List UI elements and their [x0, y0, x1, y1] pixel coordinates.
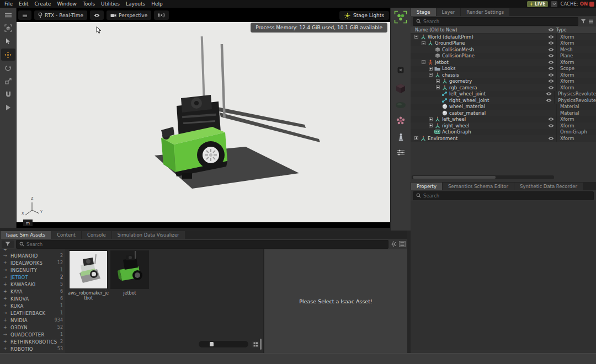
asset-category-kuka[interactable]: +KUKA1: [0, 302, 65, 309]
stage-tree-row-left-wheel[interactable]: left_wheelXform: [411, 116, 596, 123]
category-expander-icon[interactable]: +: [3, 282, 8, 287]
statue-icon[interactable]: [392, 133, 409, 141]
close-box-icon[interactable]: [392, 67, 409, 73]
expander-icon[interactable]: [428, 124, 433, 127]
asset-grid-scrollbar[interactable]: [260, 339, 262, 350]
category-expander-icon[interactable]: +: [3, 296, 8, 301]
asset-category-kaya[interactable]: +KAYA6: [0, 288, 65, 295]
category-expander-icon[interactable]: +: [3, 289, 8, 294]
assets-search-input[interactable]: [26, 242, 385, 247]
property-tab-semantics-schema-editor[interactable]: Semantics Schema Editor: [443, 183, 514, 190]
bottom-tab-console[interactable]: Console: [82, 231, 111, 239]
stage-tab-layer[interactable]: Layer: [437, 8, 461, 16]
visibility-eye-icon[interactable]: [543, 92, 554, 96]
stage-lights-button[interactable]: Stage Lights: [339, 11, 389, 20]
visibility-menu-button[interactable]: [90, 10, 104, 20]
visibility-eye-icon[interactable]: [545, 47, 556, 52]
slider-handle[interactable]: [210, 342, 214, 346]
bottom-tab-isaac-sim-assets[interactable]: Isaac Sim Assets: [1, 231, 51, 239]
camera-select-button[interactable]: Perspective: [107, 10, 151, 20]
visibility-eye-icon[interactable]: [545, 60, 556, 65]
expander-icon[interactable]: [428, 67, 433, 71]
expander-icon[interactable]: [428, 117, 433, 121]
stage-column-headers[interactable]: Name (Old to New) Type: [411, 26, 596, 34]
stage-tree-row-chassis[interactable]: chassisXform: [411, 72, 596, 78]
category-expander-icon[interactable]: +: [3, 325, 8, 330]
stage-tree-row-collisionmesh[interactable]: CollisionMeshMesh: [411, 46, 596, 53]
stage-tab-stage[interactable]: Stage: [411, 8, 436, 16]
category-expander-icon[interactable]: +: [3, 346, 8, 351]
category-expander-icon[interactable]: +: [3, 318, 8, 323]
thumbnail-size-slider[interactable]: [199, 341, 248, 347]
menu-layouts[interactable]: Layouts: [126, 1, 145, 7]
synthetic-data-icon[interactable]: [392, 10, 409, 24]
play-icon[interactable]: [1, 101, 15, 114]
property-tab-property[interactable]: Property: [411, 183, 442, 190]
filter-icon[interactable]: [581, 19, 586, 24]
stage-tree-row-jetbot[interactable]: jetbotXform: [411, 59, 596, 66]
stage-tree-row-environment[interactable]: EnvironmentXform: [411, 135, 596, 142]
asset-category-robotiq[interactable]: +ROBOTIQ53: [0, 345, 65, 352]
stage-tree-row-world-defaultprim[interactable]: World (defaultPrim)Xform: [411, 34, 596, 40]
asset-card-jetbot[interactable]: jetbot: [109, 250, 151, 296]
expander-icon[interactable]: [435, 85, 440, 89]
stage-search-input[interactable]: [423, 19, 575, 24]
expander-icon[interactable]: [428, 73, 433, 77]
stage-tree-row-actiongraph[interactable]: ActionGraphOmniGraph: [411, 129, 596, 136]
assets-search-box[interactable]: [16, 240, 389, 249]
category-expander-icon[interactable]: +: [3, 260, 8, 265]
viewport-scene[interactable]: Z X Y: [17, 22, 390, 222]
asset-card-aws-robomaker-jetbot[interactable]: aws_robomaker_jetbot: [67, 250, 109, 301]
property-search-input[interactable]: [423, 193, 590, 199]
capsule-icon[interactable]: [392, 101, 409, 109]
asset-thumbnail[interactable]: [69, 250, 108, 289]
grid-view-button[interactable]: [252, 341, 260, 348]
live-dropdown-button[interactable]: [551, 1, 557, 7]
cube-icon[interactable]: [392, 83, 409, 94]
list-view-icon[interactable]: [399, 241, 406, 247]
menu-utilities[interactable]: Utilities: [101, 1, 120, 7]
gear-icon[interactable]: [391, 241, 397, 247]
asset-category-o3dyn[interactable]: +O3DYN52: [0, 324, 65, 331]
scale-tool-icon[interactable]: [1, 75, 15, 87]
visibility-eye-icon[interactable]: [545, 79, 556, 83]
settings-sliders-icon[interactable]: [392, 149, 409, 156]
menu-file[interactable]: File: [4, 1, 13, 7]
stage-horizontal-scrollbar[interactable]: [412, 175, 554, 179]
category-expander-icon[interactable]: +: [3, 303, 8, 308]
menu-create[interactable]: Create: [35, 1, 51, 7]
visibility-eye-icon[interactable]: [545, 124, 556, 128]
visibility-eye-icon[interactable]: [545, 136, 556, 141]
expander-icon[interactable]: [421, 60, 425, 64]
category-expander-icon[interactable]: →: [3, 253, 8, 258]
property-tab-synthetic-data-recorder[interactable]: Synthetic Data Recorder: [514, 183, 583, 190]
physics-icon[interactable]: [392, 116, 409, 125]
stage-tree-row-right-wheel[interactable]: right_wheelXform: [411, 122, 596, 129]
rotate-tool-icon[interactable]: [1, 62, 15, 74]
asset-category-kinova[interactable]: +KINOVA6: [0, 295, 65, 302]
vertical-divider[interactable]: [407, 231, 411, 353]
stage-options-icon[interactable]: [588, 19, 594, 24]
select-box-icon[interactable]: [1, 22, 15, 34]
category-expander-icon[interactable]: →: [3, 311, 8, 315]
stage-tree-row-rgb-camera[interactable]: rgb_cameraXform: [411, 84, 596, 91]
visibility-eye-icon[interactable]: [545, 73, 556, 77]
asset-category-nvidia[interactable]: +NVIDIA934: [0, 317, 65, 324]
stage-tree-row-right-wheel-joint[interactable]: right_wheel_jointPhysicsRevolute: [411, 97, 596, 104]
menu-edit[interactable]: Edit: [19, 1, 28, 7]
stage-tree-row-wheel-material[interactable]: wheel_materialMaterial: [411, 104, 596, 110]
visibility-eye-icon[interactable]: [545, 35, 556, 39]
expander-icon[interactable]: [421, 41, 425, 45]
live-sync-button[interactable]: LIVE: [527, 1, 549, 7]
asset-category-ingenuity[interactable]: →INGENUITY1: [0, 266, 65, 274]
category-expander-icon[interactable]: →: [3, 332, 8, 337]
asset-thumbnail[interactable]: [110, 250, 149, 289]
stage-tree-row-collisionplane[interactable]: CollisionPlanePlane: [411, 53, 596, 60]
category-expander-icon[interactable]: →: [3, 267, 8, 272]
property-search-box[interactable]: [413, 191, 594, 200]
expander-icon[interactable]: [435, 79, 440, 83]
expander-icon[interactable]: [414, 136, 418, 140]
asset-category-idealworks[interactable]: +IDEALWORKS12: [0, 259, 65, 266]
asset-category-jetbot[interactable]: →JETBOT2: [0, 274, 65, 281]
viewport[interactable]: Z X Y RTX - Real-Time Perspective: [17, 8, 390, 228]
